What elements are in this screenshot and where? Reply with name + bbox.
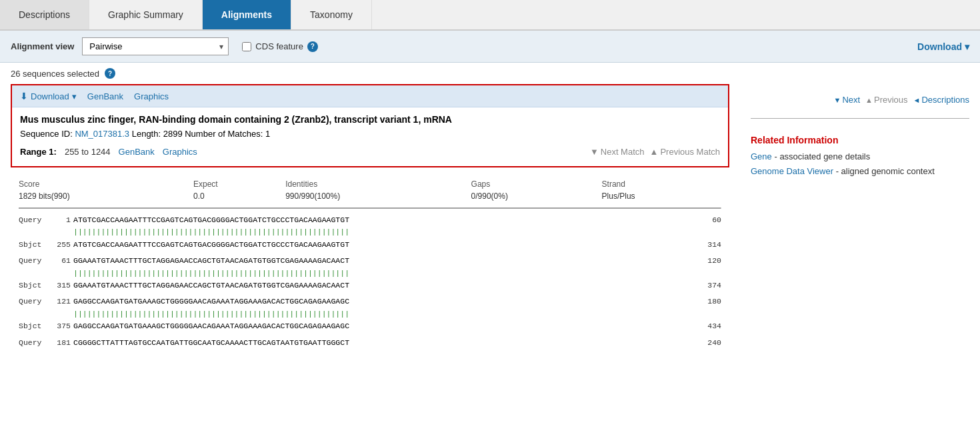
tab-alignments[interactable]: Alignments <box>203 0 291 29</box>
seq-row-query-4: Query 181 CGGGGCTTATTTAGTGCCAATGATTGGCAA… <box>19 337 721 349</box>
next-nav-link[interactable]: ▼ Next <box>833 95 860 105</box>
previous-match-link[interactable]: Previous Match <box>660 147 720 157</box>
sbjct-seq-2: GGAAATGTAAACTTTGCTAGGAGAACCAGCTGTAACAGAT… <box>73 280 692 292</box>
genome-data-viewer-link[interactable]: Genome Data Viewer <box>751 166 833 176</box>
range-graphics-link[interactable]: Graphics <box>163 147 197 157</box>
right-panel: ▼ Next ▲ Previous ◄ Descriptions Related… <box>740 84 980 364</box>
match-row-3: ||||||||||||||||||||||||||||||||||||||||… <box>19 308 721 320</box>
previous-nav-link[interactable]: ▲ Previous <box>865 95 907 105</box>
query-start-4: 181 <box>49 337 71 349</box>
score-header-gaps: Gaps <box>471 178 602 190</box>
query-end-2: 120 <box>695 255 721 267</box>
query-label-2: Query <box>19 255 47 267</box>
query-seq-2: GGAAATGTAAACTTTGCTAGGAGAACCAGCTGTAACAGAT… <box>73 255 692 267</box>
match-row-1: ||||||||||||||||||||||||||||||||||||||||… <box>19 226 721 238</box>
query-start-3: 121 <box>49 296 71 308</box>
alignment-area: ⬇ Download ▾ GenBank Graphics Mus muscul… <box>0 84 740 364</box>
download-button-main[interactable]: Download ▾ <box>917 41 969 52</box>
sequence-id-label: Sequence ID: <box>20 129 75 139</box>
seq-row-sbjct-1: Sbjct 255 ATGTCGACCAAGAATTTCCGAGTCAGTGAC… <box>19 239 721 251</box>
alignment-record: ⬇ Download ▾ GenBank Graphics Mus muscul… <box>11 84 729 167</box>
seq-row-query-1: Query 1 ATGTCGACCAAGAATTTCCGAGTCAGTGACGG… <box>19 214 721 226</box>
next-match-item: ▼ Next Match <box>590 147 645 157</box>
seq-block-1: Query 1 ATGTCGACCAAGAATTTCCGAGTCAGTGACGG… <box>19 214 721 251</box>
record-title: Mus musculus zinc finger, RAN-binding do… <box>20 114 720 125</box>
prev-nav-label: Previous <box>874 95 908 105</box>
cds-feature-group: CDS feature ? <box>242 41 318 52</box>
query-end-1: 60 <box>695 214 721 226</box>
alignment-toolbar: Alignment view Pairwise Query-anchored w… <box>0 31 980 63</box>
score-value-strand: Plus/Plus <box>602 190 721 202</box>
related-info-title: Related Information <box>751 135 969 145</box>
cds-feature-help-icon[interactable]: ? <box>307 41 318 52</box>
sbjct-end-2: 374 <box>695 280 721 292</box>
score-divider <box>19 207 721 209</box>
length-value: 2899 <box>163 129 183 139</box>
num-matches-value: 1 <box>265 129 270 139</box>
sequences-selected-help-icon[interactable]: ? <box>105 68 115 79</box>
num-matches-label: Number of Matches: <box>185 129 265 139</box>
sequences-selected-text: 26 sequences selected <box>11 69 99 79</box>
next-match-arrow: ▼ <box>590 147 599 157</box>
descriptions-nav-link[interactable]: ◄ Descriptions <box>913 95 969 105</box>
query-seq-3: GAGGCCAAGATGATGAAAGCTGGGGGAACAGAAATAGGAA… <box>73 296 692 308</box>
descriptions-nav-arrow: ◄ <box>913 96 921 104</box>
sbjct-start-2: 315 <box>49 280 71 292</box>
record-toolbar: ⬇ Download ▾ GenBank Graphics <box>12 85 728 107</box>
cds-feature-checkbox[interactable] <box>242 42 251 51</box>
match-line-3: ||||||||||||||||||||||||||||||||||||||||… <box>73 308 349 320</box>
sequence-id-link[interactable]: NM_017381.3 <box>75 129 129 139</box>
download-label-main: Download <box>917 41 962 52</box>
query-label-4: Query <box>19 337 47 349</box>
cds-feature-label: CDS feature <box>255 41 303 51</box>
next-nav-label: Next <box>842 95 860 105</box>
sbjct-end-1: 314 <box>695 239 721 251</box>
range-value: 255 to 1244 <box>65 147 111 157</box>
tab-graphic-summary[interactable]: Graphic Summary <box>89 0 203 29</box>
tab-taxonomy[interactable]: Taxonomy <box>291 0 372 29</box>
record-download-link[interactable]: ⬇ Download ▾ <box>20 91 77 101</box>
sbjct-label-1: Sbjct <box>19 239 47 251</box>
genome-data-description: - aligned genomic context <box>836 166 935 176</box>
record-genbank-link[interactable]: GenBank <box>87 91 123 101</box>
seq-row-query-3: Query 121 GAGGCCAAGATGATGAAAGCTGGGGGAACA… <box>19 296 721 308</box>
gene-link[interactable]: Gene <box>751 151 772 161</box>
query-label-3: Query <box>19 296 47 308</box>
score-value-expect: 0.0 <box>193 190 285 202</box>
match-line-2: ||||||||||||||||||||||||||||||||||||||||… <box>73 268 349 280</box>
query-seq-1: ATGTCGACCAAGAATTTCCGAGTCAGTGACGGGGACTGGA… <box>73 214 692 226</box>
record-range: Range 1: 255 to 1244 GenBank Graphics ▼ … <box>20 144 720 159</box>
query-start-2: 61 <box>49 255 71 267</box>
alignment-view-select-wrapper: Pairwise Query-anchored with dots Query-… <box>82 37 229 55</box>
nav-area: ▼ Next ▲ Previous ◄ Descriptions <box>740 84 980 113</box>
seq-block-2: Query 61 GGAAATGTAAACTTTGCTAGGAGAACCAGCT… <box>19 255 721 292</box>
record-body: Mus musculus zinc finger, RAN-binding do… <box>12 107 728 166</box>
sbjct-label-3: Sbjct <box>19 320 47 332</box>
record-graphics-link[interactable]: Graphics <box>134 91 169 101</box>
range-label: Range 1: <box>20 147 57 157</box>
sbjct-start-1: 255 <box>49 239 71 251</box>
length-label: Length: <box>132 129 163 139</box>
next-nav-arrow: ▼ <box>833 96 841 104</box>
sbjct-start-3: 375 <box>49 320 71 332</box>
prev-nav-arrow: ▲ <box>865 96 873 104</box>
query-end-3: 180 <box>695 296 721 308</box>
sidebar-divider <box>751 118 969 119</box>
alignment-view-label: Alignment view <box>11 41 74 51</box>
previous-match-item: ▲ Previous Match <box>650 147 720 157</box>
score-header-strand: Strand <box>602 178 721 190</box>
download-icon: ⬇ <box>20 91 28 101</box>
record-download-label[interactable]: Download <box>31 91 69 101</box>
match-nav: ▼ Next Match ▲ Previous Match <box>590 147 720 157</box>
next-match-link[interactable]: Next Match <box>601 147 645 157</box>
score-table: Score Expect Identities Gaps Strand 1829… <box>19 178 721 202</box>
sbjct-seq-1: ATGTCGACCAAGAATTTCCGAGTCAGTGACGGGGACTGGA… <box>73 239 692 251</box>
tab-descriptions[interactable]: Descriptions <box>0 0 89 29</box>
record-download-arrow: ▾ <box>72 91 77 101</box>
match-row-2: ||||||||||||||||||||||||||||||||||||||||… <box>19 268 721 280</box>
gene-description: - associated gene details <box>774 151 870 161</box>
range-genbank-link[interactable]: GenBank <box>119 147 155 157</box>
seq-row-sbjct-3: Sbjct 375 GAGGCCAAGATGATGAAAGCTGGGGGAACA… <box>19 320 721 332</box>
related-info-item-0: Gene - associated gene details <box>751 151 969 163</box>
alignment-view-select[interactable]: Pairwise Query-anchored with dots Query-… <box>82 37 229 55</box>
